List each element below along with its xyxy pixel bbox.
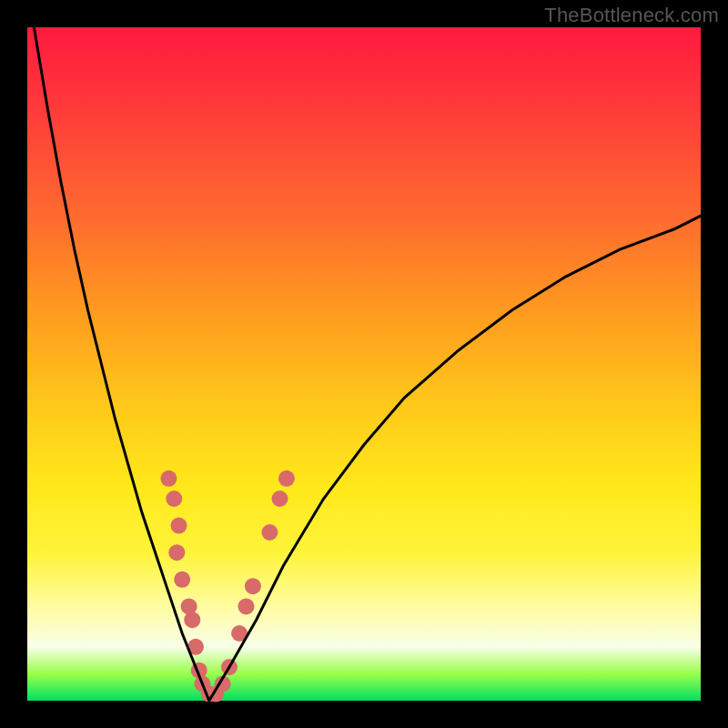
watermark-text: TheBottleneck.com [544,4,719,27]
data-marker [261,524,278,541]
chart-frame: TheBottleneck.com [0,0,728,728]
data-marker [272,490,288,507]
data-marker [160,470,177,487]
curve-left-branch [34,27,208,701]
data-marker [171,518,187,534]
data-marker [238,598,255,614]
curve-right-branch [209,216,701,701]
chart-svg [27,27,701,701]
data-marker [184,612,200,628]
data-marker [168,544,185,561]
data-marker [245,578,261,594]
data-marker [166,490,182,507]
data-marker [278,470,295,487]
plot-area [27,27,701,701]
data-marker [174,571,190,588]
